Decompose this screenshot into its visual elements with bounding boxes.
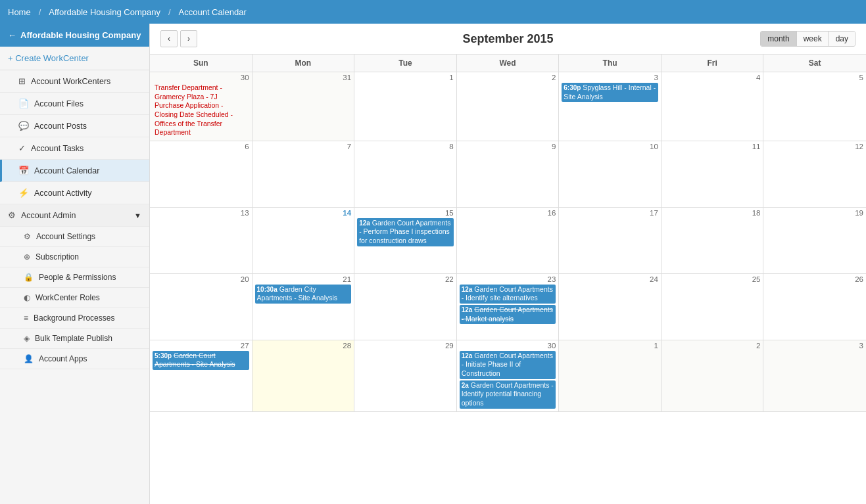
- sidebar-item-roles[interactable]: ◐WorkCenter Roles: [0, 288, 149, 308]
- breadcrumb-home[interactable]: Home: [8, 7, 31, 17]
- cell-date: 9: [460, 143, 556, 150]
- event-title: Garden Court Apartments - Market analysi…: [462, 306, 553, 323]
- calendar-grid: SunMonTueWedThuFriSat 30Transfer Departm…: [150, 55, 866, 504]
- calendar-cell-0-4[interactable]: 36:30p Spyglass Hill - Internal - Site A…: [559, 72, 662, 141]
- sidebar-item-subscription[interactable]: ⊕Subscription: [0, 247, 149, 267]
- cell-date: 5: [766, 74, 863, 81]
- calendar-event[interactable]: 5:30p Garden Court Apartments - Site Ana…: [153, 351, 249, 370]
- calendar-cell-3-2[interactable]: 22: [354, 274, 457, 340]
- calendar-cell-1-4[interactable]: 10: [559, 141, 662, 207]
- calendar-cell-1-5[interactable]: 11: [662, 141, 764, 207]
- calendar-cell-4-4[interactable]: 1: [559, 340, 662, 411]
- day-view-button[interactable]: day: [829, 32, 855, 46]
- cell-date: 30: [460, 342, 556, 350]
- calendar-week-2: 13141512a Garden Court Apartments - Perf…: [150, 208, 866, 274]
- calendar-cell-3-5[interactable]: 25: [662, 274, 764, 340]
- calendar-cell-0-6[interactable]: 5: [763, 72, 866, 141]
- calendar-cell-0-5[interactable]: 4: [662, 72, 764, 141]
- sidebar-items: ⊞Account WorkCenters📄Account Files💬Accou…: [0, 70, 149, 204]
- calendar-cell-1-2[interactable]: 8: [354, 141, 457, 207]
- sidebar-item-tasks[interactable]: ✓Account Tasks: [0, 137, 149, 160]
- cell-date: 22: [357, 275, 454, 283]
- cell-date: 12: [766, 143, 863, 150]
- calendar-event[interactable]: Transfer Department - Gramercy Plaza - 7…: [153, 83, 249, 138]
- calendar-header-row: SunMonTueWedThuFriSat: [150, 55, 866, 72]
- calendar-event[interactable]: 12a Garden Court Apartments - Market ana…: [460, 305, 556, 324]
- calendar-toolbar: ‹ › September 2015 month week day: [150, 24, 866, 55]
- sidebar-item-files[interactable]: 📄Account Files: [0, 93, 149, 115]
- calendar-event[interactable]: 6:30p Spyglass Hill - Internal - Site An…: [562, 83, 658, 102]
- calendar-cell-0-0[interactable]: 30Transfer Department - Gramercy Plaza -…: [150, 72, 253, 141]
- calendar-cell-2-3[interactable]: 16: [457, 208, 560, 273]
- calendar-cell-3-3[interactable]: 2312a Garden Court Apartments - Identify…: [457, 274, 560, 340]
- calendar-cell-4-5[interactable]: 2: [662, 340, 764, 411]
- sidebar-item-calendar[interactable]: 📅Account Calendar: [0, 160, 149, 182]
- calendar-cell-2-4[interactable]: 17: [559, 208, 662, 273]
- calendar-cell-4-6[interactable]: 3: [763, 340, 866, 411]
- sidebar-header[interactable]: ← Affordable Housing Company: [0, 24, 149, 47]
- calendar-cell-3-1[interactable]: 2110:30a Garden City Apartments - Site A…: [253, 274, 355, 340]
- files-icon: 📄: [18, 99, 29, 108]
- calendar-cell-1-6[interactable]: 12: [763, 141, 866, 207]
- event-title: Garden Court Apartments - Initiate Phase…: [462, 352, 553, 377]
- cell-date: 30: [153, 74, 249, 81]
- calendar-cell-2-2[interactable]: 1512a Garden Court Apartments - Perform …: [354, 208, 457, 273]
- cell-date: 26: [766, 275, 863, 283]
- calendar-cell-2-1[interactable]: 14: [253, 208, 355, 273]
- chevron-down-icon: ▼: [134, 212, 141, 219]
- sidebar-item-posts[interactable]: 💬Account Posts: [0, 115, 149, 137]
- cell-date: 1: [357, 74, 454, 81]
- sidebar-item-people[interactable]: 🔒People & Permissions: [0, 267, 149, 288]
- prev-button[interactable]: ‹: [160, 30, 178, 47]
- calendar-event[interactable]: 12a Garden Court Apartments - Initiate P…: [460, 351, 556, 379]
- sidebar-item-workcenters[interactable]: ⊞Account WorkCenters: [0, 70, 149, 93]
- cell-date: 31: [255, 74, 352, 81]
- calendar-cell-4-3[interactable]: 3012a Garden Court Apartments - Initiate…: [457, 340, 560, 411]
- cell-date: 16: [460, 209, 556, 217]
- sidebar-item-bg_processes[interactable]: ≡Background Processes: [0, 308, 149, 329]
- event-time: 2a: [462, 382, 469, 389]
- cell-date: 19: [766, 209, 863, 217]
- calendar-cell-1-0[interactable]: 6: [150, 141, 253, 207]
- week-view-button[interactable]: week: [797, 32, 829, 46]
- cell-date: 23: [460, 275, 556, 283]
- cell-date: 15: [357, 209, 454, 217]
- month-view-button[interactable]: month: [761, 32, 796, 46]
- calendar-event[interactable]: 12a Garden Court Apartments - Identify s…: [460, 285, 556, 304]
- day-of-week-sat: Sat: [763, 55, 866, 72]
- sidebar-item-settings[interactable]: ⚙Account Settings: [0, 227, 149, 247]
- calendar-cell-4-1[interactable]: 28: [253, 340, 355, 411]
- day-of-week-sun: Sun: [150, 55, 253, 72]
- next-button[interactable]: ›: [180, 30, 197, 47]
- calendar-cell-1-1[interactable]: 7: [253, 141, 355, 207]
- create-workcenter-button[interactable]: + Create WorkCenter: [0, 47, 149, 70]
- sidebar-admin-items: ⚙Account Settings⊕Subscription🔒People & …: [0, 227, 149, 369]
- apps-icon: 👤: [24, 354, 34, 363]
- calendar-cell-3-4[interactable]: 24: [559, 274, 662, 340]
- calendar-cell-4-0[interactable]: 275:30p Garden Court Apartments - Site A…: [150, 340, 253, 411]
- sidebar-item-bulk_publish[interactable]: ◈Bulk Template Publish: [0, 329, 149, 349]
- cell-date: 29: [357, 342, 454, 350]
- calendar-cell-3-0[interactable]: 20: [150, 274, 253, 340]
- calendar-event[interactable]: 12a Garden Court Apartments - Perform Ph…: [357, 218, 454, 246]
- calendar-cell-4-2[interactable]: 29: [354, 340, 457, 411]
- calendar-cell-2-6[interactable]: 19: [763, 208, 866, 273]
- sidebar-admin-section[interactable]: ⚙ Account Admin ▼: [0, 204, 149, 227]
- admin-label: Account Admin: [21, 211, 76, 220]
- calendar-event[interactable]: 10:30a Garden City Apartments - Site Ana…: [255, 285, 352, 304]
- calendar-cell-0-2[interactable]: 1: [354, 72, 457, 141]
- bg_processes-icon: ≡: [24, 313, 28, 323]
- sidebar-item-apps[interactable]: 👤Account Apps: [0, 349, 149, 369]
- calendar-cell-2-5[interactable]: 18: [662, 208, 764, 273]
- calendar-cell-0-1[interactable]: 31: [253, 72, 355, 141]
- calendar-nav: ‹ ›: [160, 30, 197, 47]
- calendar-cell-3-6[interactable]: 26: [763, 274, 866, 340]
- event-time: 6:30p: [564, 84, 581, 91]
- calendar-event[interactable]: 2a Garden Court Apartments - Identify po…: [460, 380, 556, 409]
- calendar-cell-0-3[interactable]: 2: [457, 72, 560, 141]
- calendar-cell-2-0[interactable]: 13: [150, 208, 253, 273]
- calendar-cell-1-3[interactable]: 9: [457, 141, 560, 207]
- cell-date: 2: [460, 74, 556, 81]
- sidebar-item-activity[interactable]: ⚡Account Activity: [0, 182, 149, 204]
- breadcrumb-account[interactable]: Affordable Housing Company: [49, 7, 160, 17]
